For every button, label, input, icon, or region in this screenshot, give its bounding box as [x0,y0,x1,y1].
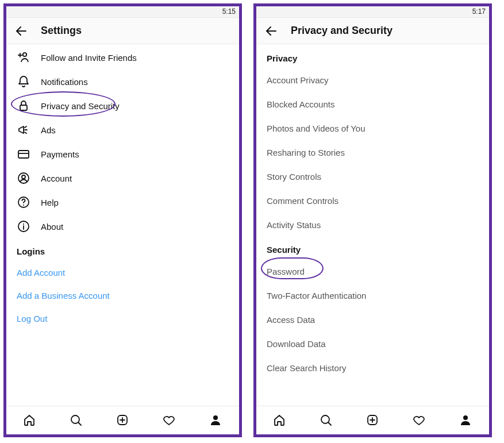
nav-home[interactable] [22,413,38,429]
item-story-controls[interactable]: Story Controls [256,164,489,188]
item-activity-status[interactable]: Activity Status [256,213,489,237]
nav-profile[interactable] [208,413,224,429]
item-photos-videos-of-you[interactable]: Photos and Videos of You [256,116,489,140]
header: Settings [6,18,239,44]
item-clear-search-history[interactable]: Clear Search History [256,356,489,380]
link-log-out[interactable]: Log Out [6,307,239,330]
nav-search[interactable] [318,413,334,429]
item-label: Password [267,267,305,276]
item-download-data[interactable]: Download Data [256,332,489,356]
back-button[interactable] [264,24,278,38]
add-post-icon [366,413,380,428]
item-access-data[interactable]: Access Data [256,307,489,332]
settings-item-label: Privacy and Security [41,101,120,111]
privacy-list: Privacy Account Privacy Blocked Accounts… [256,44,489,406]
home-icon [22,413,37,428]
privacy-security-screen: 5:17 Privacy and Security Privacy Accoun… [253,3,492,437]
settings-item-help[interactable]: Help [6,190,239,214]
back-arrow-icon [14,24,28,38]
settings-item-label: Ads [41,125,56,135]
clock: 5:17 [472,7,486,16]
link-label: Log Out [17,314,47,323]
settings-item-ads[interactable]: Ads [6,118,239,142]
item-two-factor-auth[interactable]: Two-Factor Authentication [256,283,489,307]
link-label: Add Account [17,268,65,278]
heart-icon [162,413,177,428]
item-label: Two-Factor Authentication [267,291,366,301]
profile-icon [459,413,474,428]
settings-item-label: About [41,222,63,232]
item-label: Resharing to Stories [267,148,345,157]
back-arrow-icon [264,24,278,38]
item-resharing-to-stories[interactable]: Resharing to Stories [256,140,489,164]
settings-list: Follow and Invite Friends Notifications … [6,44,239,406]
item-label: Comment Controls [267,196,338,206]
item-label: Account Privacy [267,75,329,85]
nav-add[interactable] [115,413,131,429]
status-bar: 5:17 [256,6,489,18]
bottom-nav [256,406,489,434]
back-button[interactable] [14,24,28,38]
item-comment-controls[interactable]: Comment Controls [256,188,489,213]
page-title: Settings [41,25,82,37]
heart-icon [412,413,427,428]
item-label: Photos and Videos of You [267,124,366,133]
item-label: Blocked Accounts [267,99,334,109]
settings-item-label: Payments [41,149,79,159]
settings-item-about[interactable]: About [6,214,239,238]
follow-invite-icon [17,51,30,64]
link-label: Add a Business Account [17,291,110,301]
item-password[interactable]: Password [256,259,489,283]
clock: 5:15 [222,7,236,16]
settings-item-privacy-security[interactable]: Privacy and Security [6,94,239,118]
settings-screen: 5:15 Settings Follow and Invite Friends … [3,3,242,437]
nav-search[interactable] [68,413,84,429]
nav-profile[interactable] [458,413,474,429]
header: Privacy and Security [256,18,489,44]
card-icon [17,147,30,161]
user-circle-icon [17,171,30,185]
settings-item-label: Notifications [41,77,88,87]
settings-item-payments[interactable]: Payments [6,142,239,166]
page-title: Privacy and Security [291,25,393,37]
lock-icon [17,99,30,113]
item-blocked-accounts[interactable]: Blocked Accounts [256,92,489,116]
settings-item-follow-invite[interactable]: Follow and Invite Friends [6,45,239,70]
bottom-nav [6,406,239,434]
item-label: Clear Search History [267,363,346,373]
item-account-privacy[interactable]: Account Privacy [256,68,489,92]
privacy-heading: Privacy [256,45,489,68]
item-label: Access Data [267,315,315,325]
nav-add[interactable] [365,413,381,429]
megaphone-icon [17,123,30,137]
item-label: Story Controls [267,172,321,182]
logins-heading: Logins [6,238,239,261]
link-add-account[interactable]: Add Account [6,261,239,284]
nav-activity[interactable] [161,413,178,429]
bell-icon [17,75,30,88]
settings-item-label: Follow and Invite Friends [41,53,137,63]
help-icon [17,195,30,209]
item-label: Activity Status [267,220,321,230]
link-add-business-account[interactable]: Add a Business Account [6,284,239,307]
settings-item-account[interactable]: Account [6,166,239,190]
nav-home[interactable] [272,413,288,429]
search-icon [319,413,334,428]
add-post-icon [116,413,130,428]
status-bar: 5:15 [6,6,239,18]
settings-item-notifications[interactable]: Notifications [6,70,239,94]
search-icon [69,413,84,428]
security-heading: Security [256,237,489,259]
settings-item-label: Account [41,174,72,183]
settings-item-label: Help [41,198,59,207]
info-icon [17,219,30,233]
item-label: Download Data [267,339,326,349]
home-icon [272,413,287,428]
profile-icon [209,413,224,428]
nav-activity[interactable] [411,413,428,429]
